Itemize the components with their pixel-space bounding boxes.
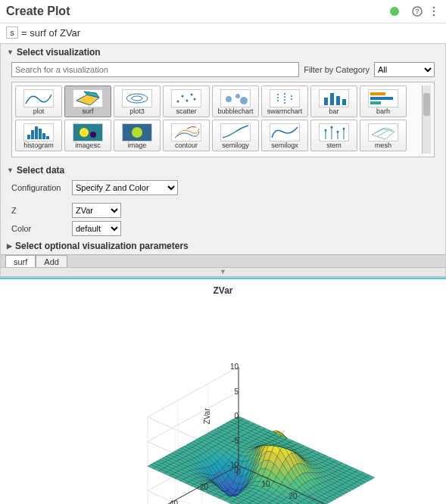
svg-rect-30 xyxy=(370,92,385,95)
visualization-gallery: plotsurfplot3scatterbubblechartswarmchar… xyxy=(15,86,422,154)
viz-tile-semilogy[interactable]: semilogy xyxy=(212,120,259,151)
svg-text:40: 40 xyxy=(169,499,178,504)
svg-point-10 xyxy=(182,95,184,98)
svg-point-50 xyxy=(337,131,339,133)
svg-text:10: 10 xyxy=(261,480,270,488)
chevron-down-icon: ▼ xyxy=(7,166,14,174)
svg-rect-31 xyxy=(370,97,393,100)
svg-rect-26 xyxy=(324,98,328,105)
svg-rect-32 xyxy=(370,101,381,104)
svg-point-2 xyxy=(433,7,435,9)
viz-tile-mesh[interactable]: mesh xyxy=(360,120,407,151)
kebab-menu-icon[interactable] xyxy=(428,5,440,17)
formula-text: = surf of ZVar xyxy=(21,27,80,39)
svg-point-18 xyxy=(277,97,279,98)
svg-point-8 xyxy=(132,96,142,101)
viz-tile-plot[interactable]: plot xyxy=(15,86,62,117)
svg-line-60 xyxy=(148,367,239,417)
viz-tile-stem[interactable]: stem xyxy=(310,120,357,151)
z-label: Z xyxy=(11,206,72,215)
viz-tile-swarmchart[interactable]: swarmchart xyxy=(261,86,308,117)
viz-tile-bubblechart[interactable]: bubblechart xyxy=(212,86,259,117)
section-select-data[interactable]: ▼ Select data xyxy=(1,162,445,179)
svg-point-13 xyxy=(194,98,196,101)
svg-point-9 xyxy=(177,101,179,103)
svg-point-51 xyxy=(343,128,345,130)
page-title: Create Plot xyxy=(6,5,390,18)
svg-point-4 xyxy=(433,14,435,17)
chevron-right-icon: ▶ xyxy=(7,242,12,250)
status-indicator xyxy=(390,7,399,16)
svg-rect-36 xyxy=(39,129,42,139)
svg-point-48 xyxy=(325,129,327,132)
surf-plot: -10 -5 0 5 10010203040500204060ZVar xyxy=(27,299,420,504)
gallery-scrollbar[interactable] xyxy=(422,86,431,154)
formula-bar: s = surf of ZVar xyxy=(0,23,446,43)
viz-tile-image[interactable]: image xyxy=(114,120,161,151)
collapse-handle[interactable]: ▼ xyxy=(1,268,445,277)
viz-tile-plot3[interactable]: plot3 xyxy=(114,86,161,117)
svg-text:10: 10 xyxy=(229,362,239,371)
svg-text:-5: -5 xyxy=(232,437,239,445)
svg-point-41 xyxy=(90,132,96,138)
svg-text:?: ? xyxy=(415,8,419,15)
svg-rect-27 xyxy=(330,93,334,105)
viz-tile-bar[interactable]: bar xyxy=(310,86,357,117)
svg-text:0: 0 xyxy=(234,466,239,474)
tab-add[interactable]: Add xyxy=(36,255,67,267)
color-label: Color xyxy=(11,224,72,233)
svg-point-40 xyxy=(80,128,89,137)
chevron-down-icon: ▼ xyxy=(7,48,14,56)
svg-point-25 xyxy=(291,98,292,100)
svg-rect-38 xyxy=(46,136,49,139)
svg-point-49 xyxy=(331,126,333,129)
filter-label: Filter by Category xyxy=(304,65,370,74)
z-select[interactable]: ZVar xyxy=(72,203,121,218)
output-var-box[interactable]: s xyxy=(6,26,18,39)
svg-point-23 xyxy=(284,102,285,104)
viz-tile-contour[interactable]: contour xyxy=(163,120,210,151)
svg-point-16 xyxy=(240,97,248,104)
svg-text:5: 5 xyxy=(234,387,239,396)
section-optional-params[interactable]: ▶ Select optional visualization paramete… xyxy=(1,238,445,254)
tab-surf[interactable]: surf xyxy=(5,255,36,267)
svg-rect-37 xyxy=(42,133,45,139)
viz-tile-barh[interactable]: barh xyxy=(360,86,407,117)
svg-point-17 xyxy=(277,94,279,95)
section-select-visualization[interactable]: ▼ Select visualization xyxy=(1,44,445,61)
color-select[interactable]: default xyxy=(72,221,121,236)
viz-tile-histogram[interactable]: histogram xyxy=(15,120,62,151)
svg-point-14 xyxy=(226,96,232,102)
svg-text:20: 20 xyxy=(199,483,208,491)
plot-tabs: surfAdd xyxy=(1,254,445,268)
viz-tile-semilogx[interactable]: semilogx xyxy=(261,120,308,151)
search-input[interactable] xyxy=(11,62,299,77)
svg-text:0: 0 xyxy=(234,412,239,420)
viz-tile-imagesc[interactable]: imagesc xyxy=(64,120,111,151)
svg-rect-34 xyxy=(31,130,34,139)
viz-tile-scatter[interactable]: scatter xyxy=(163,86,210,117)
svg-point-11 xyxy=(186,100,189,102)
svg-point-3 xyxy=(433,11,435,13)
svg-point-7 xyxy=(126,94,148,103)
configuration-select[interactable]: Specify Z and Color xyxy=(72,180,178,195)
svg-rect-29 xyxy=(342,99,346,105)
svg-point-43 xyxy=(132,127,142,138)
svg-point-22 xyxy=(284,99,285,101)
viz-tile-surf[interactable]: surf xyxy=(64,86,111,117)
svg-point-21 xyxy=(284,96,285,98)
svg-point-24 xyxy=(291,95,292,97)
svg-text:ZVar: ZVar xyxy=(203,408,211,425)
svg-point-19 xyxy=(277,100,279,101)
svg-point-12 xyxy=(191,94,193,96)
svg-point-20 xyxy=(284,93,285,95)
help-icon[interactable]: ? xyxy=(411,5,423,17)
filter-category-select[interactable]: All xyxy=(374,62,435,77)
svg-rect-35 xyxy=(35,126,38,139)
configuration-label: Configuration xyxy=(11,183,72,192)
svg-rect-28 xyxy=(336,96,340,105)
chart-title: ZVar xyxy=(8,285,438,296)
svg-rect-33 xyxy=(27,135,30,139)
svg-text:20: 20 xyxy=(288,492,298,500)
svg-point-15 xyxy=(235,94,240,98)
